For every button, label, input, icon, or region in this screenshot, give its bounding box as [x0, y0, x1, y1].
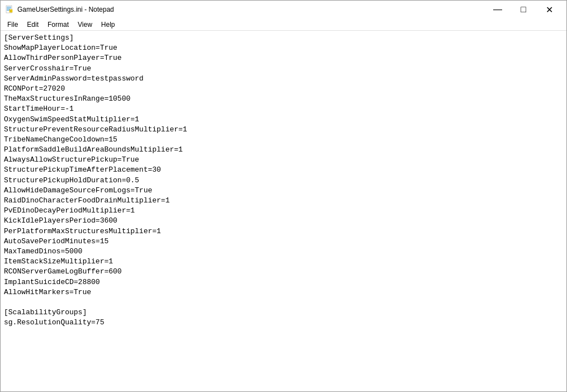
menu-file[interactable]: File [3, 18, 22, 31]
notepad-icon [5, 5, 14, 14]
window-controls: — □ ✕ [485, 1, 562, 18]
svg-rect-2 [7, 8, 11, 8]
title-bar: GameUserSettings.ini - Notepad — □ ✕ [1, 1, 566, 18]
maximize-button[interactable]: □ [511, 1, 536, 18]
close-button[interactable]: ✕ [536, 1, 562, 18]
menu-help[interactable]: Help [97, 18, 120, 31]
minimize-button[interactable]: — [485, 1, 511, 18]
window-title: GameUserSettings.ini - Notepad [17, 6, 485, 13]
menu-edit[interactable]: Edit [22, 18, 43, 31]
menu-bar: File Edit Format View Help [1, 18, 566, 31]
menu-format[interactable]: Format [43, 18, 73, 31]
content-area: [ServerSettings] ShowMapPlayerLocation=T… [1, 31, 566, 391]
main-window: GameUserSettings.ini - Notepad — □ ✕ Fil… [0, 0, 567, 392]
svg-rect-1 [7, 7, 11, 7]
text-editor[interactable]: [ServerSettings] ShowMapPlayerLocation=T… [1, 31, 566, 391]
menu-view[interactable]: View [73, 18, 97, 31]
